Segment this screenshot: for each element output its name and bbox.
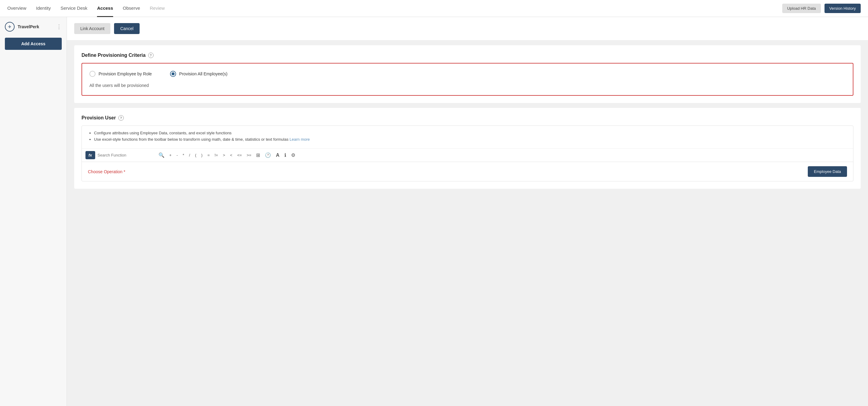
op-equals[interactable]: = — [206, 151, 211, 159]
nav-tab-review[interactable]: Review — [150, 0, 165, 17]
provision-info: Configure attributes using Employee Data… — [82, 126, 853, 148]
sidebar: ✈ TravelPerk ⋮ Add Access — [0, 17, 67, 406]
nav-tab-identity[interactable]: Identity — [36, 0, 51, 17]
link-account-button[interactable]: Link Account — [74, 23, 111, 34]
fx-badge: fx — [86, 151, 95, 159]
nav-tabs: Overview Identity Service Desk Access Ob… — [7, 0, 782, 17]
brand-info: ✈ TravelPerk — [5, 22, 39, 32]
choose-operation-label: Choose Operation * — [88, 169, 125, 174]
provisioning-help-icon[interactable]: ? — [148, 53, 154, 58]
brand-name: TravelPerk — [18, 24, 39, 29]
main-content: Link Account Cancel Define Provisioning … — [67, 17, 868, 406]
settings-icon[interactable]: ⚙ — [290, 151, 297, 159]
choose-operation-row: Choose Operation * Employee Data — [82, 162, 853, 181]
info-icon[interactable]: ℹ — [283, 151, 287, 159]
upload-hr-data-button[interactable]: Upload HR Data — [782, 4, 821, 13]
nav-tab-overview[interactable]: Overview — [7, 0, 27, 17]
provision-by-role-radio[interactable] — [89, 71, 95, 77]
version-history-button[interactable]: Version History — [825, 4, 861, 13]
nav-actions: Upload HR Data Version History — [782, 4, 861, 13]
main-layout: ✈ TravelPerk ⋮ Add Access Link Account C… — [0, 17, 868, 406]
criteria-box: Provision Employee by Role Provision All… — [82, 63, 854, 96]
provision-info-list: Configure attributes using Employee Data… — [88, 131, 847, 142]
op-less-than[interactable]: < — [229, 151, 234, 159]
nav-tab-access[interactable]: Access — [97, 0, 113, 17]
op-less-equal[interactable]: <= — [236, 151, 243, 159]
op-open-paren[interactable]: ( — [194, 151, 197, 159]
op-greater-than[interactable]: > — [222, 151, 226, 159]
toolbar-operators: + - * / ( ) = != > < <= >= ⊞ � — [168, 151, 297, 159]
provision-all-employees-label: Provision All Employee(s) — [179, 71, 227, 76]
provision-info-item-2: Use excel-style functions from the toolb… — [94, 137, 847, 142]
provisioning-section-header: Define Provisioning Criteria ? — [82, 53, 854, 58]
brand-icon: ✈ — [5, 22, 14, 32]
employee-data-button[interactable]: Employee Data — [808, 166, 847, 177]
op-multiply[interactable]: * — [182, 151, 186, 159]
search-function-input[interactable] — [98, 153, 158, 158]
provision-all-employees-option[interactable]: Provision All Employee(s) — [170, 71, 227, 77]
provision-user-help-icon[interactable]: ? — [118, 115, 124, 121]
op-plus[interactable]: + — [168, 151, 173, 159]
cancel-button[interactable]: Cancel — [114, 23, 140, 34]
provision-by-role-option[interactable]: Provision Employee by Role — [89, 71, 152, 77]
define-provisioning-section: Define Provisioning Criteria ? Provision… — [74, 45, 861, 103]
learn-more-link[interactable]: Learn more — [289, 137, 310, 142]
provision-user-box: Configure attributes using Employee Data… — [82, 126, 854, 181]
search-icon[interactable]: 🔍 — [158, 152, 164, 158]
clock-icon[interactable]: 🕐 — [264, 151, 272, 159]
top-nav: Overview Identity Service Desk Access Ob… — [0, 0, 868, 17]
formula-toolbar: fx 🔍 + - * / ( ) = != > < <= — [82, 148, 853, 162]
provision-info-item-1: Configure attributes using Employee Data… — [94, 131, 847, 135]
provision-user-title: Provision User — [82, 115, 116, 121]
criteria-description: All the users will be provisioned — [89, 83, 845, 88]
grid-icon[interactable]: ⊞ — [255, 151, 261, 159]
text-icon[interactable]: A — [275, 151, 281, 159]
sidebar-menu-icon[interactable]: ⋮ — [56, 24, 62, 30]
op-minus[interactable]: - — [175, 151, 179, 159]
provisioning-section-title: Define Provisioning Criteria — [82, 53, 146, 58]
nav-tab-observe[interactable]: Observe — [123, 0, 140, 17]
op-greater-equal[interactable]: >= — [245, 151, 252, 159]
add-access-button[interactable]: Add Access — [5, 38, 62, 50]
radio-options: Provision Employee by Role Provision All… — [89, 71, 845, 77]
action-buttons-row: Link Account Cancel — [67, 17, 868, 40]
provision-by-role-label: Provision Employee by Role — [98, 71, 152, 76]
op-divide[interactable]: / — [188, 151, 192, 159]
provision-all-employees-radio[interactable] — [170, 71, 176, 77]
provision-user-section: Provision User ? Configure attributes us… — [74, 108, 861, 189]
required-asterisk: * — [124, 169, 125, 174]
op-close-paren[interactable]: ) — [200, 151, 204, 159]
provision-user-header: Provision User ? — [82, 115, 854, 121]
sidebar-brand: ✈ TravelPerk ⋮ — [5, 22, 62, 32]
op-not-equals[interactable]: != — [213, 151, 219, 159]
nav-tab-service-desk[interactable]: Service Desk — [61, 0, 87, 17]
